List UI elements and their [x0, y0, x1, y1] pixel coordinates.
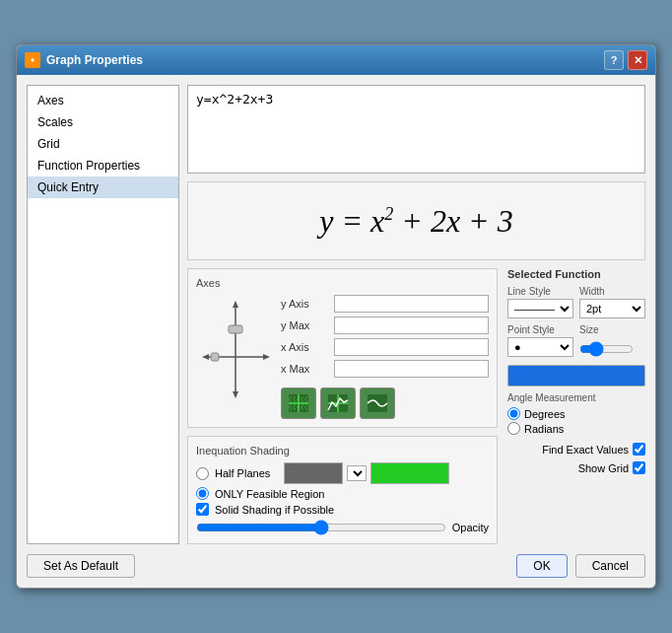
find-exact-values-label: Find Exact Values [542, 444, 629, 456]
svg-marker-5 [263, 354, 270, 360]
half-planes-radio[interactable] [196, 467, 209, 480]
svg-marker-4 [233, 391, 238, 398]
window-icon [25, 52, 40, 68]
cancel-button[interactable]: Cancel [575, 554, 645, 578]
point-style-group: Point Style ● ○ ■ [507, 324, 573, 359]
x-max-input[interactable]: 10 [334, 360, 489, 378]
angle-section: Angle Measurement Degrees Radians [507, 392, 645, 437]
y-axis-row: y Axis y [281, 295, 489, 313]
x-max-label: x Max [281, 363, 330, 375]
opacity-slider[interactable] [196, 520, 446, 535]
solid-shading-row: Solid Shading if Possible [196, 503, 489, 516]
axes-panel: Axes [187, 268, 498, 428]
line-style-width-row: Line Style ———— - - - · · · Width [507, 286, 645, 318]
point-style-label: Point Style [507, 324, 573, 335]
degrees-label: Degrees [524, 408, 566, 420]
svg-marker-6 [202, 354, 209, 360]
opacity-label: Opacity [452, 522, 489, 533]
svg-rect-7 [229, 325, 242, 333]
line-style-label: Line Style [507, 286, 573, 297]
x-max-row: x Max 10 [281, 360, 489, 378]
x-axis-label: x Axis [281, 341, 330, 353]
show-grid-checkbox[interactable] [633, 461, 645, 474]
axes-diagram [196, 295, 275, 403]
x-axis-row: x Axis x [281, 338, 489, 356]
graph-icon-1[interactable] [281, 387, 316, 419]
graph-icon-3[interactable] [360, 387, 395, 419]
selected-function-title: Selected Function [507, 268, 645, 280]
title-bar: Graph Properties ? ✕ [17, 45, 655, 75]
line-style-select[interactable]: ———— - - - · · · [507, 299, 573, 318]
shading-controls: ▼ [284, 462, 449, 484]
point-style-size-row: Point Style ● ○ ■ Size [507, 324, 645, 359]
radians-row: Radians [507, 422, 645, 435]
y-axis-input[interactable]: y [334, 295, 489, 313]
show-grid-label: Show Grid [578, 462, 629, 474]
angle-measurement-label: Angle Measurement [507, 392, 645, 403]
radians-radio[interactable] [507, 422, 520, 435]
inequation-title: Inequation Shading [196, 445, 489, 457]
graph-properties-window: Graph Properties ? ✕ Axes Scales Grid Fu… [16, 44, 656, 589]
shade-color-box [284, 462, 343, 484]
equation-display: y = x2 + 2x + 3 [187, 181, 645, 260]
bottom-bar: Set As Default OK Cancel [27, 554, 645, 578]
lower-section: Axes [187, 268, 645, 544]
y-axis-label: y Axis [281, 298, 330, 310]
main-area: Axes Scales Grid Function Properties Qui… [27, 85, 645, 544]
show-grid-row: Show Grid [507, 461, 645, 474]
inequation-section: Inequation Shading Half Planes ▼ [187, 436, 498, 544]
y-max-row: y Max 10 [281, 316, 489, 334]
equation-rendered: y = x2 + 2x + 3 [319, 203, 512, 240]
svg-rect-8 [211, 353, 219, 361]
size-label: Size [579, 324, 645, 335]
function-color-bar[interactable] [507, 365, 645, 387]
sidebar-item-quick-entry[interactable]: Quick Entry [28, 176, 178, 198]
half-planes-row: Half Planes ▼ [196, 462, 489, 484]
set-as-default-button[interactable]: Set As Default [27, 554, 135, 578]
axes-grid: y Axis y y Max 10 x Axis [196, 295, 489, 419]
y-max-label: y Max [281, 319, 330, 331]
half-planes-label: Half Planes [215, 467, 270, 479]
axes-form: y Axis y y Max 10 x Axis [281, 295, 489, 419]
size-slider[interactable] [579, 341, 634, 357]
help-button[interactable]: ? [604, 50, 624, 70]
title-bar-controls: ? ✕ [604, 50, 647, 70]
find-exact-values-checkbox[interactable] [633, 443, 645, 456]
right-panel: y=x^2+2x+3 y = x2 + 2x + 3 Axes [187, 85, 645, 544]
sidebar-item-scales[interactable]: Scales [28, 111, 178, 133]
ok-button[interactable]: OK [516, 554, 567, 578]
shade-green-box [370, 462, 449, 484]
sidebar-item-function-properties[interactable]: Function Properties [28, 155, 178, 176]
width-label: Width [579, 286, 645, 297]
shade-dropdown[interactable]: ▼ [347, 465, 367, 481]
icon-buttons [281, 387, 489, 419]
only-feasible-row: ONLY Feasible Region [196, 487, 489, 500]
close-button[interactable]: ✕ [628, 50, 647, 70]
x-axis-input[interactable]: x [334, 338, 489, 356]
content-area: Axes Scales Grid Function Properties Qui… [17, 75, 655, 588]
sidebar: Axes Scales Grid Function Properties Qui… [27, 85, 179, 544]
size-group: Size [579, 324, 645, 359]
opacity-row: Opacity [196, 520, 489, 535]
degrees-radio[interactable] [507, 407, 520, 420]
graph-icon-2[interactable] [320, 387, 356, 419]
line-style-group: Line Style ———— - - - · · · [507, 286, 573, 318]
sidebar-item-grid[interactable]: Grid [28, 133, 178, 155]
bottom-right-buttons: OK Cancel [516, 554, 645, 578]
sidebar-item-axes[interactable]: Axes [28, 90, 178, 111]
equation-input[interactable]: y=x^2+2x+3 [187, 85, 645, 174]
only-feasible-label: ONLY Feasible Region [215, 488, 325, 500]
width-select[interactable]: 2pt 1pt 3pt [579, 299, 645, 318]
solid-shading-label: Solid Shading if Possible [215, 504, 334, 516]
solid-shading-checkbox[interactable] [196, 503, 209, 516]
only-feasible-radio[interactable] [196, 487, 209, 500]
svg-marker-3 [233, 301, 238, 308]
point-style-select[interactable]: ● ○ ■ [507, 337, 573, 357]
degrees-row: Degrees [507, 407, 645, 420]
axes-panel-title: Axes [196, 277, 489, 289]
radians-label: Radians [524, 423, 564, 435]
window-title: Graph Properties [46, 53, 143, 67]
find-exact-values-row: Find Exact Values [507, 443, 645, 456]
selected-function-panel: Selected Function Line Style ———— - - - … [507, 268, 645, 544]
y-max-input[interactable]: 10 [334, 316, 489, 334]
